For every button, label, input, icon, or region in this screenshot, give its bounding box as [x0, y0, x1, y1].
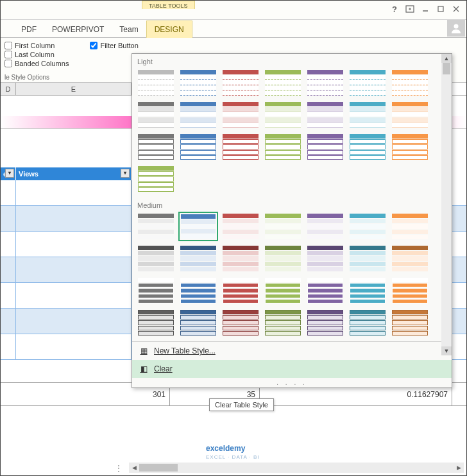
table-style-thumb[interactable] — [305, 244, 345, 273]
table-style-thumb[interactable] — [305, 100, 345, 130]
tab-pdf[interactable]: PDF — [13, 21, 44, 37]
table-style-thumb[interactable] — [221, 100, 260, 130]
resize-grip[interactable]: . . . . — [132, 378, 452, 387]
table-style-thumb[interactable] — [136, 132, 176, 162]
table-style-thumb[interactable] — [263, 100, 303, 130]
table-style-thumb[interactable] — [305, 132, 345, 162]
gallery-section-light: Light — [132, 54, 452, 67]
scroll-left-icon[interactable]: ◀ — [129, 464, 139, 471]
table-style-thumb[interactable] — [305, 276, 345, 305]
table-style-thumb[interactable] — [221, 276, 260, 305]
watermark: exceldemy EXCEL · DATA · BI — [206, 444, 260, 460]
light-styles-grid — [132, 67, 452, 198]
filter-button-checkbox[interactable] — [90, 42, 98, 49]
table-style-thumb[interactable] — [263, 68, 303, 98]
table-style-thumb[interactable] — [348, 212, 387, 241]
table-header-views[interactable]: Views ▾ — [16, 167, 132, 180]
table-icon: ▦ — [139, 346, 149, 356]
scroll-up-icon[interactable]: ▲ — [441, 54, 452, 63]
last-column-label: Last Column — [15, 51, 55, 58]
table-style-thumb[interactable] — [136, 308, 176, 337]
col-header-e[interactable]: E — [16, 83, 132, 95]
table-style-thumb[interactable] — [178, 308, 218, 337]
svg-rect-4 — [438, 6, 443, 12]
col-header-d[interactable]: D — [1, 83, 16, 95]
table-style-thumb[interactable] — [390, 132, 430, 162]
filter-dropdown-icon[interactable]: ▾ — [121, 169, 130, 178]
filter-dropdown-icon[interactable]: ▾ — [5, 169, 14, 178]
table-style-thumb[interactable] — [221, 244, 260, 273]
tooltip: Clear Table Style — [209, 398, 274, 411]
table-style-thumb[interactable] — [178, 244, 218, 273]
table-style-thumb[interactable] — [136, 244, 176, 273]
table-style-thumb[interactable] — [348, 308, 387, 337]
table-style-thumb[interactable] — [221, 68, 260, 98]
maximize-icon[interactable] — [433, 2, 448, 16]
table-style-thumb[interactable] — [178, 276, 218, 305]
table-style-thumb[interactable] — [348, 100, 387, 130]
table-style-thumb[interactable] — [136, 212, 176, 241]
table-style-thumb[interactable] — [390, 212, 430, 241]
scroll-right-icon[interactable]: ▶ — [454, 464, 464, 471]
tab-team[interactable]: Team — [112, 21, 146, 37]
help-icon[interactable]: ? — [387, 2, 402, 16]
table-style-thumb[interactable] — [348, 276, 387, 305]
table-style-thumb[interactable] — [263, 244, 303, 273]
last-column-checkbox[interactable] — [4, 51, 12, 58]
table-style-thumb[interactable] — [348, 244, 387, 273]
table-style-thumb[interactable] — [348, 68, 387, 98]
clear-action[interactable]: ◧ Clear — [132, 360, 452, 378]
svg-point-7 — [454, 24, 459, 29]
sheet-gripper[interactable]: ⋮ — [115, 464, 124, 473]
first-column-checkbox[interactable] — [4, 42, 12, 49]
table-style-thumb[interactable] — [390, 308, 430, 337]
table-style-thumb[interactable] — [263, 308, 303, 337]
table-style-thumb[interactable] — [178, 132, 218, 162]
table-style-thumb[interactable] — [305, 68, 345, 98]
close-icon[interactable] — [448, 2, 464, 16]
scroll-down-icon[interactable]: ▼ — [441, 346, 452, 355]
table-style-thumb[interactable] — [136, 276, 176, 305]
table-style-thumb[interactable] — [390, 276, 430, 305]
table-style-gallery: Light Medium ▦ New Table Style... ◧ Clea… — [132, 53, 452, 388]
table-style-thumb[interactable] — [305, 308, 345, 337]
table-style-thumb[interactable] — [221, 212, 260, 241]
table-style-thumb[interactable] — [221, 132, 260, 162]
new-table-style-action[interactable]: ▦ New Table Style... — [132, 342, 452, 360]
gallery-footer: ▦ New Table Style... ◧ Clear — [132, 341, 452, 378]
table-style-thumb[interactable] — [221, 308, 260, 337]
table-style-thumb[interactable] — [178, 100, 218, 130]
user-avatar[interactable] — [447, 20, 465, 37]
table-style-thumb[interactable] — [390, 244, 430, 273]
tab-design[interactable]: DESIGN — [146, 21, 192, 38]
table-style-thumb[interactable] — [263, 132, 303, 162]
first-column-label: First Column — [15, 42, 55, 49]
ribbon-group-label: le Style Options — [4, 74, 49, 81]
table-style-thumb[interactable] — [136, 68, 176, 98]
table-header-e[interactable]: e ▾ — [1, 167, 16, 180]
contextual-tab-label: TABLE TOOLS — [142, 1, 195, 9]
banded-columns-checkbox[interactable] — [4, 60, 12, 67]
title-bar: TABLE TOOLS ? — [1, 1, 466, 20]
banded-columns-label: Banded Columns — [15, 60, 69, 67]
table-style-thumb[interactable] — [178, 68, 218, 98]
horizontal-scrollbar[interactable]: ◀ ▶ — [129, 463, 464, 473]
table-style-thumb[interactable] — [390, 68, 430, 98]
ribbon-display-icon[interactable] — [402, 2, 418, 16]
table-style-thumb[interactable] — [136, 100, 176, 130]
table-style-thumb[interactable] — [178, 212, 218, 241]
table-style-thumb[interactable] — [390, 100, 430, 130]
table-style-thumb[interactable] — [348, 132, 387, 162]
tab-powerpivot[interactable]: POWERPIVOT — [44, 21, 112, 37]
table-style-thumb[interactable] — [305, 212, 345, 241]
table-style-thumb[interactable] — [263, 212, 303, 241]
ribbon-tabs: PDF POWERPIVOT Team DESIGN — [1, 20, 466, 38]
eraser-icon: ◧ — [139, 364, 149, 374]
scroll-thumb[interactable] — [443, 63, 450, 74]
table-style-thumb[interactable] — [263, 276, 303, 305]
window-controls: ? — [387, 2, 464, 16]
table-style-thumb[interactable] — [136, 164, 176, 194]
gallery-scrollbar[interactable]: ▲ ▼ — [441, 54, 452, 355]
hscroll-thumb[interactable] — [139, 464, 178, 472]
minimize-icon[interactable] — [418, 2, 433, 16]
